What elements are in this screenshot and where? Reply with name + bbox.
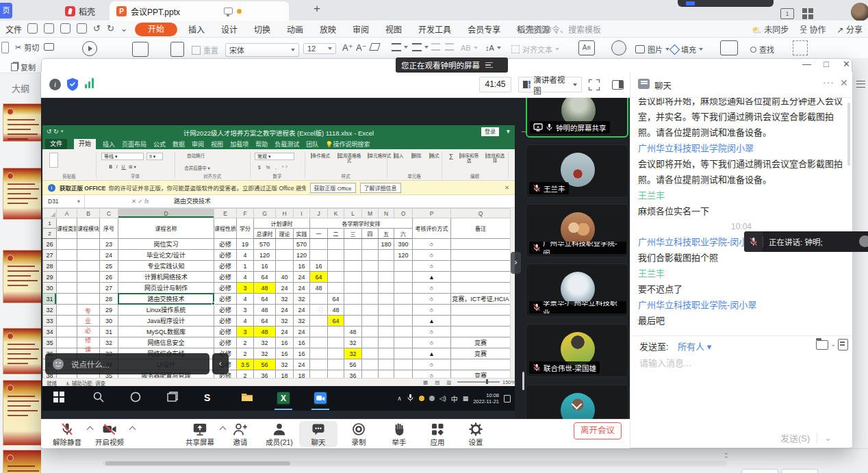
send-button[interactable]: 发送(S)⌄ (780, 431, 832, 444)
notice-close-icon[interactable]: ✕ (505, 184, 509, 191)
apply-all-button[interactable]: 全部应用 (741, 469, 778, 473)
tray-dot-icon[interactable] (419, 396, 424, 401)
participant-tile[interactable] (526, 385, 628, 419)
control-camoff[interactable]: 开启视频 (90, 421, 129, 447)
present-settings-icon[interactable] (720, 40, 738, 55)
slide-thumbnail[interactable] (3, 103, 47, 142)
sync-status[interactable]: ⛅ 未同步 (752, 23, 789, 35)
more-commands-icon[interactable]: ⌄ (120, 23, 128, 34)
table-row[interactable]: 2724毕业论文/设计必修4120120120○ (43, 250, 511, 261)
table-row[interactable]: 3229Linux操作系统必修348242448○ (43, 305, 511, 316)
col-P[interactable]: P (413, 209, 451, 218)
col-J[interactable]: J (310, 209, 328, 218)
decrease-indent-icon[interactable] (431, 43, 440, 51)
col-K[interactable]: K (328, 209, 344, 218)
system-tray[interactable]: ∧◁)中▦10:082022-11-21 (397, 386, 511, 411)
spreadsheet-table[interactable]: ABCDEFGHIJKLMNOPQ1课程类别课程模块序号课程名称课程性质学分计划… (42, 208, 510, 378)
leave-meeting-button[interactable]: 离开会议 (574, 422, 622, 439)
control-hand[interactable]: 举手 (380, 421, 418, 447)
picture-button[interactable]: 图片 (635, 44, 669, 55)
taskview-icon[interactable] (167, 392, 181, 405)
control-members[interactable]: 成员(21) (260, 421, 298, 447)
reset-background-button[interactable]: 重置背景 (781, 469, 818, 473)
excel-autosum[interactable]: Σ (446, 153, 456, 162)
view-mode-button[interactable]: 演讲者视图 (518, 77, 582, 92)
export-icon[interactable] (44, 23, 54, 34)
excel-menu-加载项[interactable]: 加载项 (230, 140, 248, 149)
emoji-icon[interactable] (52, 358, 64, 370)
fill-button[interactable]: 填充 (671, 44, 703, 55)
font-name-select[interactable]: 宋体 (225, 43, 299, 57)
minimize-button[interactable]: — (802, 59, 811, 69)
excel-cell-style[interactable]: 单元格样式 (366, 153, 393, 158)
col-C[interactable]: C (100, 209, 118, 218)
tray-mic-icon[interactable] (407, 394, 414, 403)
notification-icon[interactable] (504, 395, 511, 402)
search-icon[interactable] (93, 392, 107, 405)
participant-tile[interactable]: 李景华-广州华立科技职业... (526, 264, 628, 317)
excel-bold-italic-underline[interactable]: B I U ⊞▾ (103, 164, 144, 169)
cut-button[interactable]: ✂ 剪切 (15, 42, 39, 53)
app-s-icon[interactable]: S (204, 392, 218, 405)
excel-login-button[interactable]: 登录 (481, 127, 499, 136)
col-F[interactable]: F (237, 209, 254, 218)
user-avatar[interactable] (851, 3, 868, 21)
share-button[interactable]: ↗ 分享 (837, 23, 863, 35)
share-expand-handle[interactable]: › (511, 252, 521, 274)
tray-net-icon[interactable] (429, 396, 435, 401)
excel-table-style[interactable]: 套用表格格式 (335, 153, 363, 164)
control-share[interactable]: 共享屏幕 (181, 421, 219, 447)
menu-item-放映[interactable]: 放映 (320, 23, 336, 35)
menu-item-插入[interactable]: 插入 (188, 23, 205, 35)
table-row[interactable]: 3330Java程序设计必修464323264▲ (43, 316, 511, 327)
col-D[interactable]: D (118, 209, 214, 218)
redo-icon[interactable]: ↻ (107, 23, 114, 34)
reset-button[interactable]: 重置 (192, 44, 218, 55)
preview-icon[interactable] (77, 23, 87, 34)
slide-layout-icon[interactable] (170, 42, 184, 57)
security-shield-icon[interactable] (66, 77, 79, 91)
table-row[interactable]: 2623岗位实习必修19570570180390○ (43, 239, 511, 250)
chat-scrollbar[interactable] (847, 103, 850, 166)
taskbar-clock[interactable]: 10:082022-11-21 (473, 392, 499, 405)
slide-thumbnail[interactable] (3, 168, 47, 220)
col-Q[interactable]: Q (451, 209, 511, 218)
col-A[interactable]: A (57, 209, 77, 218)
get-office-button[interactable]: 获取正版 Office (310, 183, 356, 193)
participant-tile[interactable]: 联合伟世-梁国雄 (526, 324, 628, 377)
announcement-icon[interactable] (838, 339, 848, 350)
control-gear[interactable]: 设置 (457, 421, 495, 447)
menu-file[interactable]: 文件 (5, 23, 22, 35)
wps-docer-tab[interactable]: 稻壳 (65, 3, 95, 19)
excel-find-select[interactable]: 查找和选择 (483, 153, 507, 164)
control-micoff[interactable]: 解除静音 (48, 421, 86, 447)
excel-font-select[interactable]: 等线 ▾ (101, 153, 144, 160)
file-transfer-icon[interactable] (816, 340, 828, 350)
excel-format-cells[interactable]: 格式 (426, 153, 442, 158)
menu-item-开发工具[interactable]: 开发工具 (418, 23, 451, 35)
fill-handle[interactable] (212, 302, 215, 305)
font-size-select[interactable]: 12 (303, 43, 336, 54)
col-B[interactable]: B (77, 209, 100, 218)
new-tab-button[interactable]: + (314, 2, 320, 16)
scroll-down-icon[interactable]: ⌄⌄ (724, 451, 729, 458)
slide-thumbnail[interactable] (3, 328, 47, 374)
horizontal-scroll-thumb[interactable] (105, 461, 290, 465)
decrease-font-icon[interactable]: A⁻ (356, 42, 367, 53)
increase-indent-icon[interactable] (445, 43, 454, 51)
wps-document-tab[interactable]: P 会议PPT.pptx (110, 1, 289, 21)
excel-menu-团队[interactable]: 团队 (306, 140, 318, 149)
excel-sort-filter[interactable]: 排序和筛选 (457, 153, 481, 164)
send-to-select[interactable]: 所有人 ▾ (678, 340, 711, 353)
table-row[interactable]: 2926计算机网络技术必修464402464▲ (43, 272, 511, 283)
excel-menu-操作说明搜索[interactable]: 💡操作说明搜索 (325, 140, 370, 149)
excel-menu-页面布局[interactable]: 页面布局 (122, 140, 146, 149)
single-page-view-icon[interactable]: 1 (780, 8, 794, 19)
control-chat[interactable]: 聊天 (299, 421, 337, 447)
network-signal-icon[interactable] (85, 78, 96, 88)
table-row[interactable]: 3532网络信息安全必修232161632○竞赛 (43, 337, 511, 348)
table-row[interactable]: 3027网页设计与制作必修348242448○ (43, 283, 511, 294)
chat-messages[interactable]: 会议即将开始，麻烦您通知各位提前五分钟进入会议室，并实名。等下我们通过腾讯会议室… (638, 98, 845, 334)
col-E[interactable]: E (214, 209, 237, 218)
chat-more-icon[interactable]: ··· (823, 77, 834, 88)
